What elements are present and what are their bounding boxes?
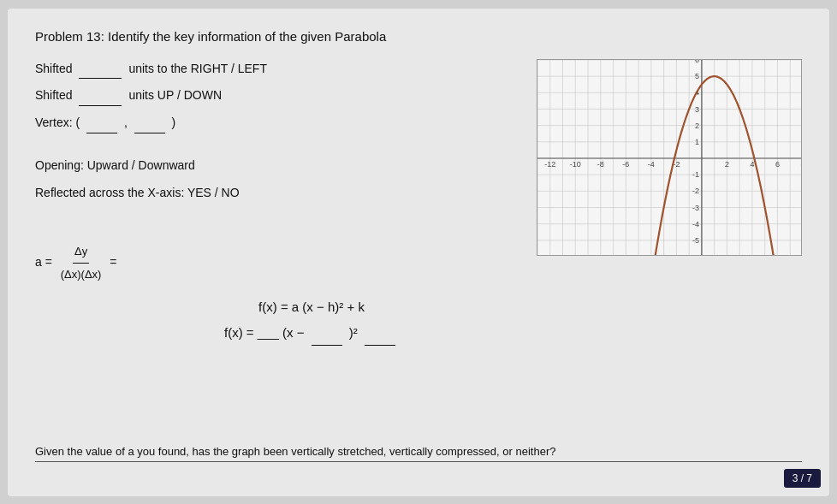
formula-equals: = [110, 256, 116, 270]
vertex-comma: , [124, 116, 131, 129]
formula-fx2-line: f(x) = ___ (x − )² [104, 320, 519, 346]
reflected-text: Reflected across the X-axis: YES / NO [35, 186, 240, 199]
vertex-close: ) [172, 116, 176, 129]
fraction-numerator: Δy [73, 240, 89, 264]
vertex-line: Vertex: ( , ) [35, 113, 519, 133]
vertex-label: Vertex: ( [35, 116, 83, 129]
formula-fx1-line: f(x) = a (x − h)² + k f(x) = ___ (x − )² [104, 294, 519, 346]
formula-fx2-mid: (x − [282, 325, 308, 340]
formula-fx2-power: )² [349, 325, 361, 340]
shifted-label-1: Shifted [35, 62, 73, 75]
fraction-denominator: (Δx)(Δx) [59, 264, 104, 286]
slide-container: Problem 13: Identify the key information… [8, 9, 829, 496]
formula-fx2-pre: f(x) = ___ [224, 325, 279, 340]
blank-units-up-down [79, 105, 122, 106]
spacer-3 [35, 225, 519, 237]
units-right-left-text: units to the RIGHT / LEFT [128, 62, 267, 75]
graph-container [537, 59, 802, 256]
blank-fx2-k [365, 345, 395, 346]
shifted-up-down-line: Shifted units UP / DOWN [35, 86, 519, 106]
bottom-question: Given the value of a you found, has the … [35, 445, 802, 462]
opening-line: Opening: Upward / Downward [35, 156, 519, 176]
blank-vertex-x [86, 133, 117, 133]
fraction-delta: Δy (Δx)(Δx) [59, 240, 104, 286]
page-badge: 3 / 7 [784, 469, 821, 488]
formula-a-line: a = Δy (Δx)(Δx) = [35, 240, 519, 286]
spacer-2 [35, 210, 519, 222]
formula-a-label: a = [35, 256, 52, 270]
shifted-label-2: Shifted [35, 88, 73, 102]
blank-units-right-left [79, 78, 122, 79]
parabola-graph [537, 60, 802, 256]
reflected-line: Reflected across the X-axis: YES / NO [35, 183, 519, 204]
blank-fx2 [312, 345, 342, 346]
opening-text: Opening: Upward / Downward [35, 158, 195, 172]
problem-title: Problem 13: Identify the key information… [35, 29, 802, 44]
formula-fx1: f(x) = a (x − h)² + k [104, 294, 519, 320]
graph-area [537, 59, 802, 347]
blank-vertex-y [134, 133, 165, 133]
content-area: Shifted units to the RIGHT / LEFT Shifte… [35, 59, 802, 347]
shifted-right-left-line: Shifted units to the RIGHT / LEFT [35, 59, 519, 80]
left-panel: Shifted units to the RIGHT / LEFT Shifte… [35, 59, 519, 347]
units-up-down-text: units UP / DOWN [128, 88, 222, 102]
spacer-1 [35, 140, 519, 152]
